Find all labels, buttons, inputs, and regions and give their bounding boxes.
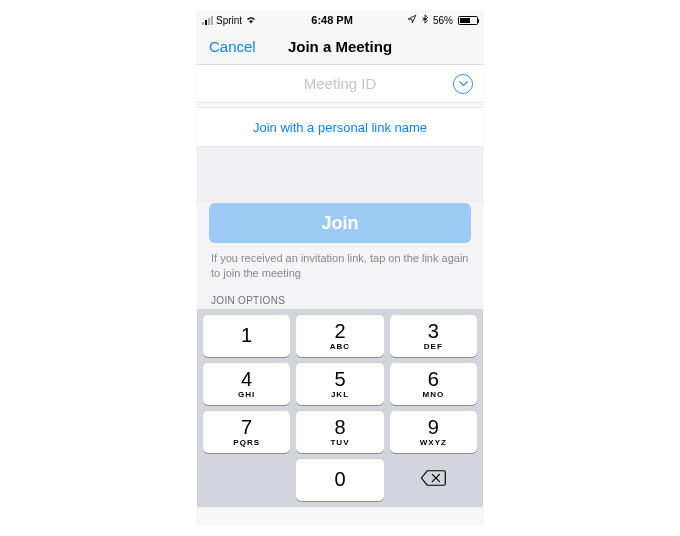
cancel-button[interactable]: Cancel: [197, 38, 256, 55]
key-4[interactable]: 4GHI: [203, 363, 290, 405]
spacer: [197, 147, 483, 203]
key-3[interactable]: 3DEF: [390, 315, 477, 357]
meeting-id-dropdown-button[interactable]: [453, 74, 473, 94]
status-bar: Sprint 6:48 PM 56%: [197, 11, 483, 29]
hint-text: If you received an invitation link, tap …: [209, 251, 471, 295]
battery-icon: [456, 16, 478, 25]
key-2[interactable]: 2ABC: [296, 315, 383, 357]
signal-icon: [202, 16, 213, 25]
nav-bar: Cancel Join a Meeting: [197, 29, 483, 65]
key-6[interactable]: 6MNO: [390, 363, 477, 405]
key-blank: [203, 459, 290, 501]
key-9[interactable]: 9WXYZ: [390, 411, 477, 453]
numeric-keypad: 1 2ABC 3DEF 4GHI 5JKL 6MNO 7PQRS 8TUV 9W…: [197, 309, 483, 507]
wifi-icon: [245, 15, 257, 26]
key-1[interactable]: 1: [203, 315, 290, 357]
backspace-key[interactable]: [390, 459, 477, 501]
join-button[interactable]: Join: [209, 203, 471, 243]
content-area: Join If you received an invitation link,…: [197, 203, 483, 309]
key-0[interactable]: 0: [296, 459, 383, 501]
battery-pct: 56%: [433, 15, 453, 26]
location-icon: [407, 14, 417, 26]
phone-frame: Sprint 6:48 PM 56% Cancel Join a Meeting…: [197, 11, 483, 525]
meeting-id-input[interactable]: Meeting ID: [304, 75, 377, 92]
key-5[interactable]: 5JKL: [296, 363, 383, 405]
carrier-label: Sprint: [216, 15, 242, 26]
status-time: 6:48 PM: [311, 14, 353, 26]
status-left: Sprint: [202, 15, 257, 26]
meeting-id-row[interactable]: Meeting ID: [197, 65, 483, 103]
bluetooth-icon: [420, 14, 430, 26]
key-8[interactable]: 8TUV: [296, 411, 383, 453]
key-7[interactable]: 7PQRS: [203, 411, 290, 453]
join-options-header: JOIN OPTIONS: [209, 295, 471, 309]
backspace-icon: [420, 468, 446, 492]
status-right: 56%: [407, 14, 478, 26]
personal-link-button[interactable]: Join with a personal link name: [253, 120, 427, 135]
personal-link-row[interactable]: Join with a personal link name: [197, 107, 483, 147]
